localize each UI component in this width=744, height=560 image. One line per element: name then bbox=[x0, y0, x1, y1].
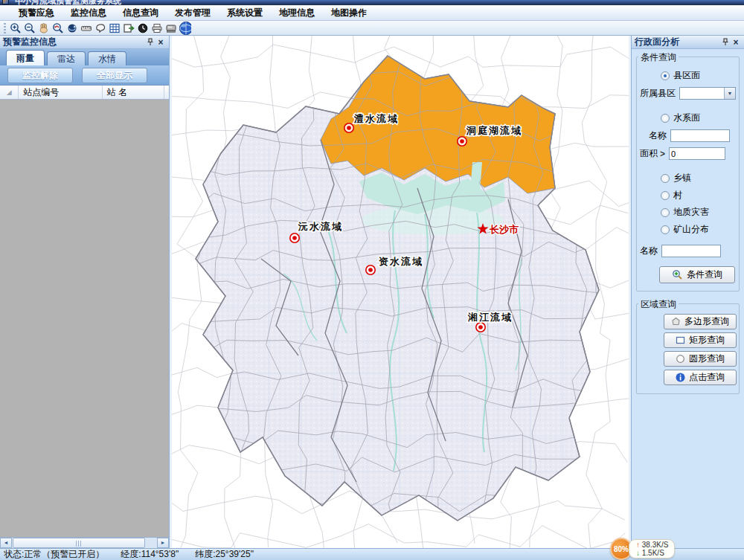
right-panel-body: 条件查询 县区面 所属县区 ▼ 水系面 bbox=[632, 49, 744, 548]
system-status: 状态:正常（预警已开启） bbox=[4, 548, 104, 560]
scrollbar-thumb[interactable] bbox=[13, 538, 145, 548]
radio-town[interactable]: 乡镇 bbox=[661, 172, 736, 184]
radio-county-area[interactable]: 县区面 bbox=[661, 69, 736, 82]
warning-monitor-panel: 预警监控信息 × 雨量 雷达 水情 监控解除 全部显示 ◢ 站点编号 站 名 报 bbox=[0, 36, 170, 548]
scroll-left-icon[interactable]: ◄ bbox=[0, 538, 12, 548]
lasso-select-icon[interactable] bbox=[93, 22, 107, 35]
admin-analysis-panel: 行政面分析 × 条件查询 县区面 所属县区 bbox=[631, 36, 744, 548]
station-marker[interactable] bbox=[290, 234, 299, 242]
station-marker[interactable] bbox=[476, 323, 485, 332]
condition-query-button[interactable]: 条件查询 bbox=[659, 266, 735, 283]
county-select[interactable]: ▼ bbox=[679, 87, 736, 100]
zoom-in-icon[interactable] bbox=[8, 22, 22, 35]
basin-label-zishui: 资水流域 bbox=[379, 256, 423, 267]
radio-icon[interactable] bbox=[661, 225, 670, 234]
zoom-previous-icon[interactable] bbox=[51, 22, 65, 35]
chevron-down-icon[interactable]: ▼ bbox=[724, 88, 735, 99]
sort-icon[interactable]: ◢ bbox=[0, 86, 19, 99]
info-icon bbox=[676, 373, 685, 382]
radio-mine-distribution[interactable]: 矿山分布 bbox=[661, 223, 736, 236]
left-panel-header: 预警监控信息 × bbox=[0, 36, 169, 49]
name2-input[interactable] bbox=[661, 245, 721, 257]
upload-speed: 38.3K/S bbox=[642, 541, 669, 549]
close-icon[interactable]: × bbox=[731, 37, 741, 48]
left-panel-title: 预警监控信息 bbox=[3, 36, 57, 48]
right-panel-header: 行政面分析 × bbox=[632, 36, 744, 49]
menu-info-query[interactable]: 信息查询 bbox=[115, 5, 167, 21]
basin-label-dongtinghu: 洞庭湖流域 bbox=[466, 125, 522, 136]
export-map-icon[interactable] bbox=[121, 22, 135, 35]
radio-geo-disaster[interactable]: 地质灾害 bbox=[661, 206, 736, 219]
area-input[interactable] bbox=[669, 147, 725, 160]
pin-icon[interactable] bbox=[720, 37, 731, 48]
column-station-name[interactable]: 站 名 bbox=[103, 86, 164, 99]
history-clock-icon[interactable] bbox=[135, 22, 150, 35]
menu-warning-emergency[interactable]: 预警应急 bbox=[10, 5, 62, 21]
basin-label-lishui: 澧水流域 bbox=[353, 113, 399, 124]
download-arrow-icon: ↓ bbox=[636, 549, 640, 557]
station-marker[interactable] bbox=[458, 137, 466, 146]
print-preview-icon[interactable] bbox=[164, 22, 178, 35]
right-panel-title: 行政面分析 bbox=[635, 36, 679, 48]
county-select-row: 所属县区 ▼ bbox=[640, 87, 736, 100]
tab-rainfall[interactable]: 雨量 bbox=[6, 50, 45, 65]
app-icon bbox=[2, 0, 9, 4]
name-input[interactable] bbox=[670, 129, 730, 142]
radio-icon[interactable] bbox=[661, 191, 670, 200]
tab-water-level[interactable]: 水情 bbox=[88, 51, 126, 65]
globe-icon[interactable] bbox=[178, 22, 192, 35]
menu-system-settings[interactable]: 系统设置 bbox=[219, 5, 271, 21]
column-station-id[interactable]: 站点编号 bbox=[19, 86, 102, 99]
pin-icon[interactable] bbox=[145, 37, 155, 48]
menu-publish-manage[interactable]: 发布管理 bbox=[167, 5, 219, 21]
name2-label: 名称 bbox=[640, 245, 658, 257]
click-query-button[interactable]: 点击查询 bbox=[664, 370, 737, 385]
name-label: 名称 bbox=[649, 129, 667, 142]
station-marker[interactable] bbox=[344, 123, 353, 132]
menu-geo-info[interactable]: 地理信息 bbox=[271, 5, 323, 21]
radio-icon[interactable] bbox=[661, 208, 670, 217]
measure-icon[interactable] bbox=[79, 22, 93, 35]
area-label: 面积 bbox=[640, 147, 658, 160]
name-field-row: 名称 bbox=[640, 129, 736, 142]
radio-icon[interactable] bbox=[661, 174, 670, 183]
circle-icon bbox=[676, 354, 685, 364]
radio-icon[interactable] bbox=[661, 71, 670, 80]
pan-hand-icon[interactable] bbox=[36, 22, 51, 35]
rectangle-query-button[interactable]: 矩形查询 bbox=[664, 332, 737, 348]
scroll-right-icon[interactable]: ► bbox=[157, 538, 169, 548]
basin-label-xiangjiang: 湘江流域 bbox=[467, 312, 513, 323]
menu-monitor-info[interactable]: 监控信息 bbox=[62, 5, 115, 21]
station-marker[interactable] bbox=[366, 265, 375, 274]
radio-water-system[interactable]: 水系面 bbox=[661, 112, 736, 124]
tab-radar[interactable]: 雷达 bbox=[47, 51, 86, 65]
latitude-readout: 纬度:25°39'25" bbox=[195, 548, 254, 560]
monitor-release-button[interactable]: 监控解除 bbox=[7, 68, 73, 83]
circle-query-button[interactable]: 圆形查询 bbox=[664, 351, 737, 367]
print-icon[interactable] bbox=[150, 22, 164, 35]
network-speed-widget[interactable]: 80% ↑ 38.3K/S ↓ 1.5K/S bbox=[610, 538, 675, 560]
attribute-grid-icon[interactable] bbox=[107, 22, 121, 35]
polygon-icon bbox=[671, 317, 681, 326]
station-table-body[interactable] bbox=[0, 100, 169, 537]
longitude-readout: 经度:114°53'8" bbox=[121, 548, 179, 560]
map-canvas[interactable]: 澧水流域 洞庭湖流域 沅水流域 资水流域 湘江流域 长沙市 bbox=[172, 36, 629, 548]
show-all-button[interactable]: 全部显示 bbox=[82, 68, 147, 83]
close-icon[interactable]: × bbox=[155, 37, 166, 48]
province-map[interactable]: 澧水流域 洞庭湖流域 沅水流域 资水流域 湘江流域 长沙市 bbox=[172, 36, 629, 548]
zoom-out-icon[interactable] bbox=[22, 22, 36, 35]
left-panel-buttons: 监控解除 全部显示 bbox=[0, 65, 169, 86]
area-field-row: 面积 > bbox=[640, 147, 736, 160]
radio-village[interactable]: 村 bbox=[661, 189, 736, 202]
name2-field-row: 名称 bbox=[640, 245, 736, 257]
station-table-header: ◢ 站点编号 站 名 报警类别 bbox=[0, 86, 169, 100]
column-alarm-type[interactable]: 报警类别 bbox=[164, 86, 169, 99]
radio-icon[interactable] bbox=[661, 114, 670, 123]
full-extent-icon[interactable] bbox=[65, 22, 79, 35]
scrollbar-track[interactable] bbox=[145, 538, 157, 548]
polygon-query-button[interactable]: 多边形查询 bbox=[664, 314, 737, 329]
horizontal-scrollbar[interactable]: ◄ ► bbox=[0, 537, 169, 548]
window-title: 中小河流域预警监测服务系统 bbox=[0, 0, 744, 5]
area-operator: > bbox=[660, 149, 665, 159]
menu-map-operation[interactable]: 地图操作 bbox=[323, 5, 375, 21]
